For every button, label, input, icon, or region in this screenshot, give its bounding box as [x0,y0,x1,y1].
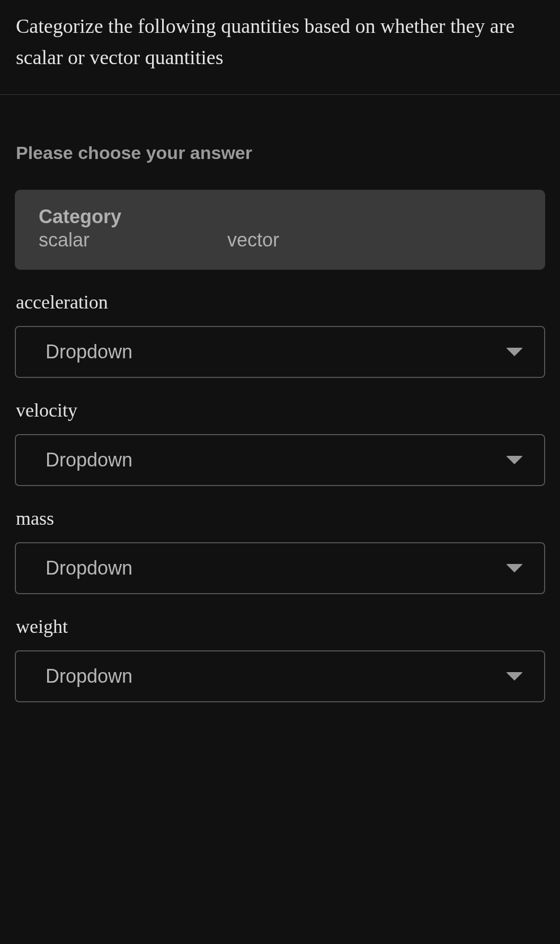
dropdown-weight[interactable]: Dropdown [15,650,545,702]
instruction-text: Please choose your answer [0,95,560,190]
question-text: Categorize the following quantities base… [0,0,560,94]
category-box: Category scalar vector [15,190,545,270]
category-header: Category [39,206,521,228]
item-acceleration: acceleration Dropdown [0,291,560,378]
dropdown-acceleration[interactable]: Dropdown [15,326,545,378]
dropdown-text: Dropdown [46,341,132,363]
dropdown-text: Dropdown [46,449,132,471]
dropdown-velocity[interactable]: Dropdown [15,434,545,486]
chevron-down-icon [506,348,523,356]
category-option-scalar: scalar [39,229,90,251]
item-velocity: velocity Dropdown [0,399,560,486]
item-label: velocity [15,399,545,421]
chevron-down-icon [506,672,523,681]
chevron-down-icon [506,456,523,464]
item-label: mass [15,507,545,530]
item-label: weight [15,615,545,638]
dropdown-mass[interactable]: Dropdown [15,542,545,594]
item-mass: mass Dropdown [0,507,560,594]
item-label: acceleration [15,291,545,313]
dropdown-text: Dropdown [46,665,132,687]
dropdown-text: Dropdown [46,557,132,579]
category-options: scalar vector [39,229,521,251]
chevron-down-icon [506,564,523,572]
item-weight: weight Dropdown [0,615,560,702]
category-option-vector: vector [227,229,279,251]
